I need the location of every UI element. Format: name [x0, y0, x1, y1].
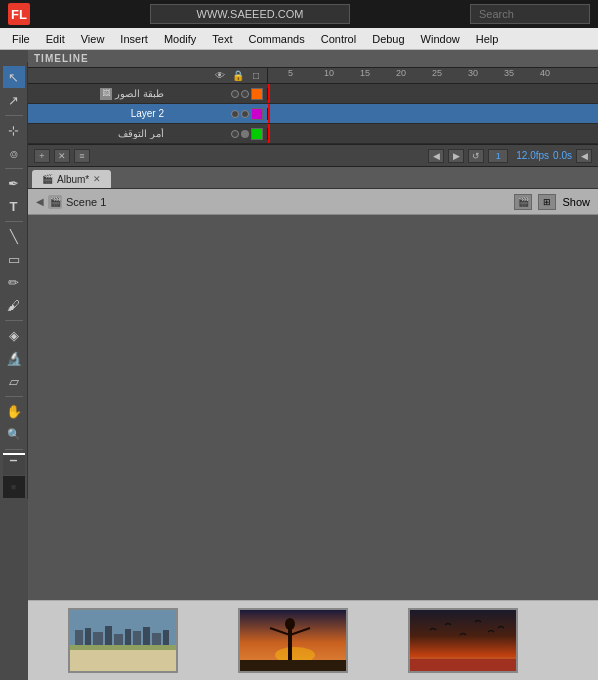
- lock-icon: 🔒: [231, 69, 245, 83]
- outline-icon: □: [249, 69, 263, 83]
- layer-controls-photos: [168, 88, 268, 100]
- menu-item-window[interactable]: Window: [413, 31, 468, 47]
- visibility-dot-photos[interactable]: [231, 90, 239, 98]
- playhead-photos: [268, 84, 270, 103]
- tool-separator-6: [5, 449, 23, 450]
- subselect-tool[interactable]: ↗: [3, 89, 25, 111]
- stage-tabs: 🎬 Album* ✕: [28, 167, 598, 189]
- delete-layer-btn[interactable]: ✕: [54, 149, 70, 163]
- color-swatch-stop: [251, 128, 263, 140]
- menu-item-edit[interactable]: Edit: [38, 31, 73, 47]
- scene-back-arrow: ◀: [36, 196, 44, 207]
- layer-row-layer2[interactable]: Layer 2: [28, 104, 598, 124]
- fl-logo: FL: [8, 3, 30, 25]
- scene-name: ◀ 🎬 Scene 1: [36, 195, 106, 209]
- pencil-tool[interactable]: ✏: [3, 271, 25, 293]
- search-input[interactable]: [470, 4, 590, 24]
- loop-btn[interactable]: ↺: [468, 149, 484, 163]
- menu-item-text[interactable]: Text: [204, 31, 240, 47]
- frame-num-btn[interactable]: 1: [488, 149, 508, 163]
- svg-rect-22: [410, 658, 518, 673]
- tab-close-btn[interactable]: ✕: [93, 174, 101, 184]
- tab-icon: 🎬: [42, 174, 53, 184]
- scene-btn-2[interactable]: ⊞: [538, 194, 556, 210]
- color-swatch-photos: [251, 88, 263, 100]
- svg-rect-11: [152, 633, 161, 645]
- pen-tool[interactable]: ✒: [3, 172, 25, 194]
- svg-rect-12: [163, 630, 169, 645]
- lock-dot-stop[interactable]: [241, 130, 249, 138]
- layer-row-photos[interactable]: طبقة الصور 🖼: [28, 84, 598, 104]
- playback-btn[interactable]: ◀: [428, 149, 444, 163]
- move-layer-btn[interactable]: ≡: [74, 149, 90, 163]
- menu-item-help[interactable]: Help: [468, 31, 507, 47]
- text-tool[interactable]: T: [3, 195, 25, 217]
- brush-tool[interactable]: 🖌: [3, 294, 25, 316]
- rect-tool[interactable]: ▭: [3, 248, 25, 270]
- fps-display: 12.0fps: [516, 150, 549, 161]
- fill-color[interactable]: ■: [3, 476, 25, 498]
- menu-item-debug[interactable]: Debug: [364, 31, 412, 47]
- menu-item-commands[interactable]: Commands: [240, 31, 312, 47]
- menu-item-modify[interactable]: Modify: [156, 31, 204, 47]
- menu-item-view[interactable]: View: [73, 31, 113, 47]
- show-label: Show: [562, 196, 590, 208]
- frame-num-25: 25: [432, 68, 442, 78]
- frame-area-photos[interactable]: [268, 84, 598, 103]
- lasso-tool[interactable]: ⌾: [3, 142, 25, 164]
- filmstrip-thumb-statue[interactable]: [238, 608, 348, 673]
- transform-tool[interactable]: ⊹: [3, 119, 25, 141]
- svg-rect-6: [105, 626, 112, 645]
- scene-btn-1[interactable]: 🎬: [514, 194, 532, 210]
- tool-separator-3: [5, 221, 23, 222]
- main-stage[interactable]: [28, 215, 598, 600]
- eraser-tool[interactable]: ▱: [3, 370, 25, 392]
- svg-rect-17: [288, 625, 292, 660]
- layer-name-layer2: Layer 2: [28, 108, 168, 119]
- filmstrip-thumb-city[interactable]: [68, 608, 178, 673]
- lock-dot-layer2[interactable]: [241, 110, 249, 118]
- zoom-tool[interactable]: 🔍: [3, 423, 25, 445]
- stage-tab-album[interactable]: 🎬 Album* ✕: [32, 170, 111, 188]
- scene-bar: ◀ 🎬 Scene 1 🎬 ⊞ Show: [28, 189, 598, 215]
- stage-wrapper: TIMELINE 👁 🔒 □ 5 10 15 20 25 3: [0, 50, 598, 680]
- left-toolbar: ↖ ↗ ⊹ ⌾ ✒ T ╲ ▭ ✏ 🖌 ◈ 🔬 ▱ ✋ 🔍 ▔ ■: [0, 62, 28, 499]
- lock-dot-photos[interactable]: [241, 90, 249, 98]
- eyedrop-tool[interactable]: 🔬: [3, 347, 25, 369]
- frame-num-30: 30: [468, 68, 478, 78]
- svg-rect-8: [125, 629, 131, 645]
- svg-rect-16: [240, 660, 348, 673]
- frame-btn[interactable]: ▶: [448, 149, 464, 163]
- eye-icon: 👁: [213, 69, 227, 83]
- frame-num-40: 40: [540, 68, 550, 78]
- color-swatch-layer2: [251, 108, 263, 120]
- scroll-left-btn[interactable]: ◀: [576, 149, 592, 163]
- layer-row-stop[interactable]: أمر التوقف: [28, 124, 598, 144]
- visibility-dot-layer2[interactable]: [231, 110, 239, 118]
- arrow-tool[interactable]: ↖: [3, 66, 25, 88]
- svg-rect-7: [114, 634, 123, 645]
- stage-content: TIMELINE 👁 🔒 □ 5 10 15 20 25 3: [28, 50, 598, 680]
- svg-rect-3: [75, 630, 83, 645]
- scene-label: Scene 1: [66, 196, 106, 208]
- menu-item-file[interactable]: File: [4, 31, 38, 47]
- tab-label: Album*: [57, 174, 89, 185]
- frame-area-stop[interactable]: [268, 124, 598, 143]
- filmstrip-thumb-sunset[interactable]: [408, 608, 518, 673]
- line-tool[interactable]: ╲: [3, 225, 25, 247]
- playhead-layer2: [268, 104, 270, 123]
- filmstrip: [28, 600, 598, 680]
- title-bar: FL: [0, 0, 598, 28]
- menu-item-insert[interactable]: Insert: [112, 31, 156, 47]
- url-bar[interactable]: [150, 4, 350, 24]
- visibility-dot-stop[interactable]: [231, 130, 239, 138]
- add-layer-btn[interactable]: +: [34, 149, 50, 163]
- hand-tool[interactable]: ✋: [3, 400, 25, 422]
- stroke-color[interactable]: ▔: [3, 453, 25, 475]
- menu-item-control[interactable]: Control: [313, 31, 364, 47]
- svg-rect-9: [133, 631, 141, 645]
- svg-point-18: [285, 618, 295, 630]
- layer-controls-layer2: [168, 108, 268, 120]
- frame-area-layer2[interactable]: [268, 104, 598, 123]
- fill-tool[interactable]: ◈: [3, 324, 25, 346]
